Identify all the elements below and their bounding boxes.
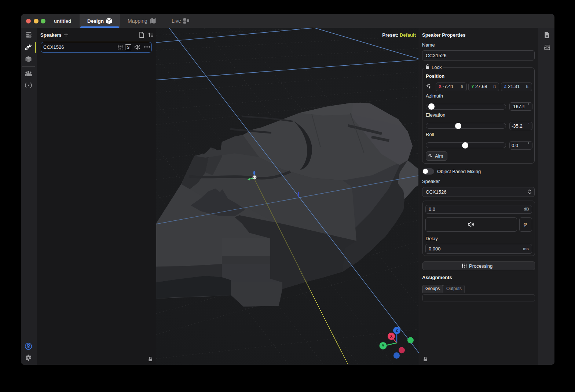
svg-text:X: X [390, 334, 393, 338]
svg-text:Y: Y [382, 344, 384, 348]
svg-text:Z: Z [396, 329, 398, 333]
